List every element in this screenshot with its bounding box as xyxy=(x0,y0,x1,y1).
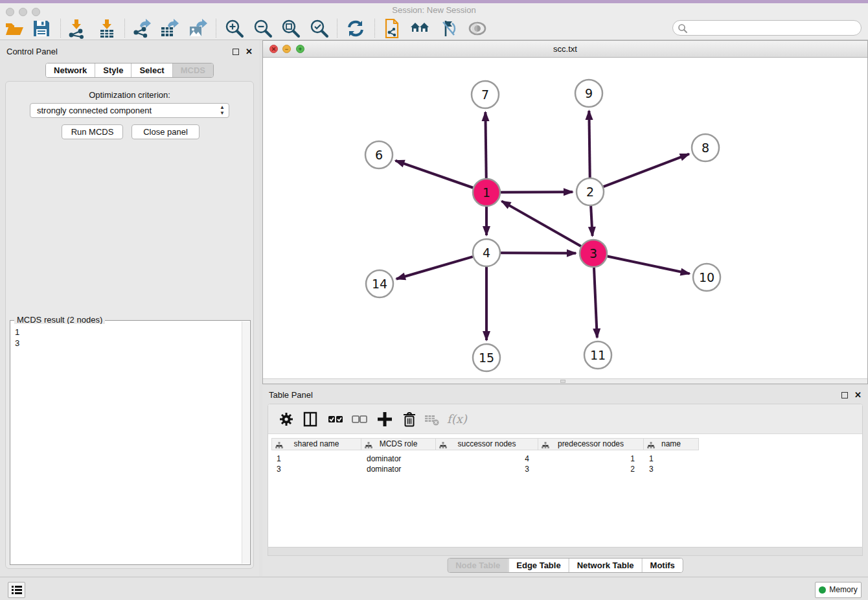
status-bar: Memory xyxy=(0,577,868,600)
edge-4-3[interactable] xyxy=(501,253,576,253)
cell-name[interactable]: 1 xyxy=(644,454,699,464)
close-panel-button[interactable]: Close panel xyxy=(131,124,200,139)
edge-3-10[interactable] xyxy=(608,257,690,274)
cell-predecessor-nodes[interactable]: 1 xyxy=(538,454,644,464)
node-2[interactable]: 2 xyxy=(577,178,604,205)
zoom-selected-icon[interactable] xyxy=(309,18,330,39)
function-builder-icon[interactable]: f(x) xyxy=(447,410,465,428)
svg-text:6: 6 xyxy=(375,148,383,162)
run-mcds-button[interactable]: Run MCDS xyxy=(62,124,123,139)
tab-network[interactable]: Network xyxy=(46,63,95,77)
open-network-document-icon[interactable] xyxy=(381,18,402,39)
graph-svg[interactable]: 7968124314101511 xyxy=(263,58,867,378)
column-header-name[interactable]: name xyxy=(644,438,699,450)
table-settings-icon[interactable] xyxy=(277,410,295,428)
table-panel: Table Panel ✕ f xyxy=(262,386,868,577)
search-input[interactable] xyxy=(690,22,855,34)
column-header-successor-nodes[interactable]: successor nodes xyxy=(436,438,538,450)
edge-4-14[interactable] xyxy=(396,257,473,279)
edge-3-1[interactable] xyxy=(501,201,580,246)
edge-1-2[interactable] xyxy=(501,192,573,192)
network-window-titlebar[interactable]: ✕ − + scc.txt xyxy=(263,41,867,58)
node-1[interactable]: 1 xyxy=(473,179,500,206)
svg-text:10: 10 xyxy=(699,270,714,284)
svg-text:15: 15 xyxy=(479,351,494,365)
column-hierarchy-icon xyxy=(365,441,372,452)
tab-mcds[interactable]: MCDS xyxy=(172,63,213,77)
node-10[interactable]: 10 xyxy=(693,264,720,291)
network-splitter[interactable] xyxy=(263,378,867,384)
criterion-value: strongly connected component xyxy=(37,106,152,115)
node-8[interactable]: 8 xyxy=(692,134,719,161)
cell-shared-name[interactable]: 3 xyxy=(271,464,361,474)
zoom-out-icon[interactable] xyxy=(253,18,273,39)
svg-text:8: 8 xyxy=(702,141,709,155)
node-9[interactable]: 9 xyxy=(575,80,602,107)
cell-successor-nodes[interactable]: 3 xyxy=(436,464,538,474)
svg-text:11: 11 xyxy=(590,348,606,362)
node-11[interactable]: 11 xyxy=(584,341,611,369)
cell-name[interactable]: 3 xyxy=(644,464,699,474)
select-all-icon[interactable] xyxy=(326,410,345,428)
criterion-select[interactable]: strongly connected component ▲▼ xyxy=(30,103,229,118)
edge-3-11[interactable] xyxy=(594,268,597,338)
cell-successor-nodes[interactable]: 4 xyxy=(436,454,538,464)
tab-network-table[interactable]: Network Table xyxy=(569,559,642,572)
mcds-result-group: MCDS result (2 nodes) 13 xyxy=(10,320,251,565)
export-table-icon[interactable] xyxy=(159,18,179,39)
delete-column-icon[interactable] xyxy=(400,410,418,428)
show-graphics-details-icon[interactable] xyxy=(467,18,488,39)
edge-2-3[interactable] xyxy=(591,206,592,236)
table-panel-close-icon[interactable]: ✕ xyxy=(854,390,862,400)
deselect-all-icon[interactable] xyxy=(350,410,369,428)
edge-1-6[interactable] xyxy=(395,161,473,188)
node-4[interactable]: 4 xyxy=(473,239,500,266)
tab-select[interactable]: Select xyxy=(131,63,172,77)
export-image-icon[interactable] xyxy=(187,18,208,39)
node-14[interactable]: 14 xyxy=(366,270,393,297)
tab-edge-table[interactable]: Edge Table xyxy=(508,559,568,572)
refresh-layout-icon[interactable] xyxy=(345,18,366,39)
edge-2-9[interactable] xyxy=(589,111,589,178)
splitter-handle[interactable] xyxy=(560,380,565,383)
cell-MCDS-role[interactable]: dominator xyxy=(361,464,436,474)
result-scrollbar[interactable] xyxy=(242,321,249,564)
node-7[interactable]: 7 xyxy=(472,81,499,108)
delete-table-icon[interactable] xyxy=(423,410,441,428)
svg-text:4: 4 xyxy=(483,246,490,260)
export-network-icon[interactable] xyxy=(131,18,152,39)
cell-shared-name[interactable]: 1 xyxy=(271,454,361,464)
column-header-predecessor-nodes[interactable]: predecessor nodes xyxy=(538,438,644,450)
zoom-fit-icon[interactable] xyxy=(280,18,301,39)
control-panel-float-icon[interactable] xyxy=(233,49,239,55)
column-layout-icon[interactable] xyxy=(301,410,319,428)
tab-motifs[interactable]: Motifs xyxy=(642,559,683,572)
tab-style[interactable]: Style xyxy=(95,63,131,77)
cell-MCDS-role[interactable]: dominator xyxy=(361,454,436,464)
import-network-icon[interactable] xyxy=(66,18,87,39)
mcds-result-list[interactable]: 13 xyxy=(11,324,242,564)
import-table-icon[interactable] xyxy=(97,18,117,39)
toolbar-separator xyxy=(337,19,337,38)
control-panel-title: Control Panel xyxy=(6,47,58,56)
add-column-icon[interactable] xyxy=(376,410,394,428)
edge-2-8[interactable] xyxy=(604,154,689,187)
column-header-MCDS-role[interactable]: MCDS role xyxy=(361,438,436,450)
cell-predecessor-nodes[interactable]: 2 xyxy=(538,464,644,474)
tab-node-table[interactable]: Node Table xyxy=(448,559,508,572)
node-15[interactable]: 15 xyxy=(473,344,500,371)
save-session-icon[interactable] xyxy=(31,18,52,39)
edge-1-7[interactable] xyxy=(485,112,486,178)
reset-view-houses-icon[interactable] xyxy=(409,18,430,39)
task-history-button[interactable] xyxy=(8,582,25,598)
node-6[interactable]: 6 xyxy=(365,141,393,168)
control-panel-close-icon[interactable]: ✕ xyxy=(246,47,253,56)
table-panel-float-icon[interactable] xyxy=(841,392,848,398)
column-header-shared-name[interactable]: shared name xyxy=(271,438,361,450)
zoom-in-icon[interactable] xyxy=(224,18,245,39)
table-header-row: shared nameMCDS rolesuccessor nodesprede… xyxy=(271,438,699,450)
open-session-icon[interactable] xyxy=(4,18,25,39)
memory-button[interactable]: Memory xyxy=(815,582,862,598)
node-3[interactable]: 3 xyxy=(580,240,607,267)
hide-annotations-icon[interactable] xyxy=(438,18,459,39)
